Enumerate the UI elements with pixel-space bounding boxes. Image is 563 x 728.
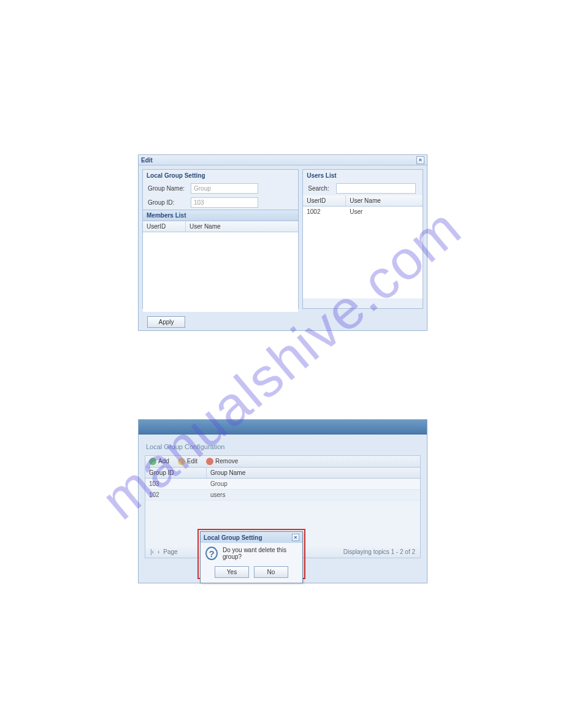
dialog-titlebar: Edit × [139,155,427,165]
window-topbar [139,420,427,434]
edit-button[interactable]: Edit [178,458,197,465]
cell-username: User [346,207,423,217]
col-group-id: Group ID [145,468,207,478]
close-icon[interactable]: × [416,156,424,164]
add-icon [149,458,156,465]
cell-gname: users [207,490,420,500]
panel-legend: Local Group Setting [143,170,298,181]
col-username: User Name [186,221,298,232]
search-input[interactable] [336,183,416,194]
yes-button[interactable]: Yes [215,566,249,578]
group-name-input[interactable] [191,183,258,194]
cell-gname: Group [207,479,420,489]
dialog-message: Do you want delete this group? [223,547,297,560]
config-title: Local Group Configuration [145,441,421,455]
users-table-body: 1002 User [303,207,423,298]
users-list-panel: Users List Search: UserID User Name 1002… [302,169,423,309]
page-label: Page [163,548,177,555]
table-row[interactable]: 103 Group [145,479,420,490]
remove-icon [206,458,213,465]
table-row[interactable]: 1002 User [303,207,423,217]
panel-legend: Users List [303,170,423,181]
group-id-input[interactable] [191,197,258,208]
dialog-title: Edit [141,157,153,164]
dialog-title: Local Group Setting [204,534,262,541]
apply-button[interactable]: Apply [147,316,185,328]
table-row[interactable]: 102 users [145,490,420,501]
col-userid: UserID [143,221,186,232]
toolbar: Add Edit Remove [145,455,421,468]
local-group-config-window: Local Group Configuration Add Edit Remov… [138,419,427,583]
col-username: User Name [346,195,423,206]
group-name-label: Group Name: [148,185,191,192]
members-table-body [143,232,298,312]
users-table-header: UserID User Name [303,195,423,207]
edit-dialog: Edit × Local Group Setting Group Name: G… [138,154,427,331]
confirm-dialog: Local Group Setting × ? Do you want dele… [200,531,303,583]
displaying-text: Displaying topics 1 - 2 of 2 [343,548,415,555]
members-table-header: UserID User Name [143,221,298,232]
col-userid: UserID [303,195,346,206]
add-button[interactable]: Add [149,458,169,465]
prev-page-icon[interactable]: ‹ [158,548,159,555]
close-icon[interactable]: × [292,534,299,541]
edit-label: Edit [187,458,197,464]
no-button[interactable]: No [254,566,288,578]
grid-header: Group ID Group Name [145,468,421,479]
remove-button[interactable]: Remove [206,458,238,465]
cell-gid: 103 [145,479,207,489]
add-label: Add [158,458,169,464]
search-label: Search: [308,185,336,192]
question-icon: ? [205,547,218,560]
edit-icon [178,458,185,465]
first-page-icon[interactable]: |‹ [150,548,154,555]
col-group-name: Group Name [207,468,420,478]
group-id-label: Group ID: [148,199,191,206]
remove-label: Remove [215,458,238,464]
local-group-setting-panel: Local Group Setting Group Name: Group ID… [142,169,299,309]
members-list-header: Members List [143,210,298,221]
cell-userid: 1002 [303,207,346,217]
cell-gid: 102 [145,490,207,500]
